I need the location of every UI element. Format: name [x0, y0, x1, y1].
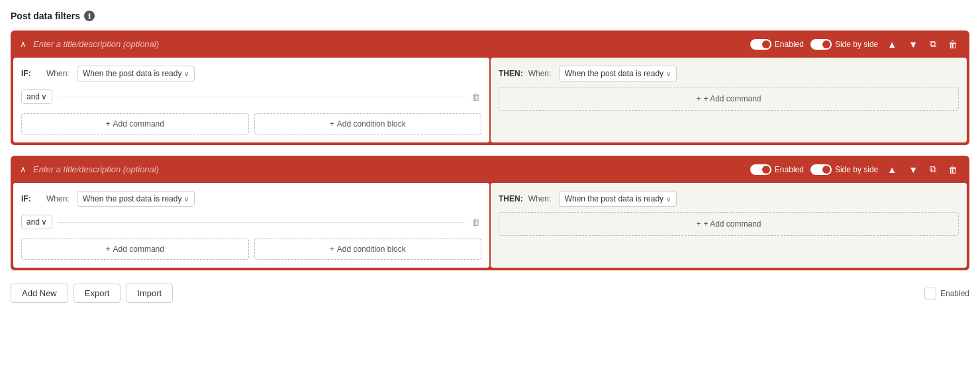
then-add-command-icon-2: +	[696, 219, 701, 229]
move-up-btn-2[interactable]: ▲	[885, 163, 899, 176]
and-chevron-2: ∨	[41, 217, 47, 227]
add-condition-icon-2: +	[330, 245, 334, 254]
page-title: Post data filters	[11, 11, 80, 21]
footer-enabled-label: Enabled	[940, 289, 969, 298]
footer-enabled-checkbox[interactable]	[924, 288, 936, 299]
enabled-toggle-group-1: Enabled	[750, 39, 804, 50]
then-panel-2: THEN: When: When the post data is ready …	[491, 183, 967, 268]
footer-left: Add New Export Import	[11, 284, 173, 303]
add-command-icon-2: +	[106, 245, 111, 254]
then-label-1: THEN:	[499, 69, 523, 78]
header-controls-2: Enabled Side by side ▲ ▼ ⧉ 🗑	[750, 162, 960, 176]
if-panel-2: IF: When: When the post data is ready ∨ …	[13, 183, 489, 268]
side-by-side-toggle-group-2: Side by side	[810, 164, 878, 175]
if-dropdown-value-1: When the post data is ready	[83, 69, 181, 78]
then-dropdown-chevron-2: ∨	[666, 195, 671, 203]
then-dropdown-2[interactable]: When the post data is ready ∨	[559, 191, 677, 207]
if-dropdown-1[interactable]: When the post data is ready ∨	[77, 66, 195, 82]
add-command-btn-2[interactable]: + Add command	[21, 239, 249, 260]
then-row-2: THEN: When: When the post data is ready …	[499, 191, 959, 207]
if-dropdown-chevron-1: ∨	[184, 70, 189, 78]
footer-right: Enabled	[924, 288, 969, 299]
then-add-command-label-1: + Add command	[703, 94, 761, 103]
enabled-toggle-group-2: Enabled	[750, 164, 804, 175]
when-sublabel-1: When:	[46, 69, 72, 78]
side-by-side-toggle-group-1: Side by side	[810, 39, 878, 50]
add-condition-btn-2[interactable]: + Add condition block	[254, 239, 482, 260]
enabled-toggle-2[interactable]	[750, 164, 771, 175]
copy-btn-2[interactable]: ⧉	[927, 162, 939, 176]
then-add-command-btn-1[interactable]: + + Add command	[499, 87, 959, 111]
add-condition-icon-1: +	[330, 119, 334, 129]
if-label-2: IF:	[21, 194, 41, 203]
add-command-icon-1: +	[106, 119, 111, 129]
if-dropdown-2[interactable]: When the post data is ready ∨	[77, 191, 195, 207]
filter-body-1: IF: When: When the post data is ready ∨ …	[12, 56, 968, 144]
and-dropdown-1[interactable]: and ∨	[21, 89, 52, 104]
then-dropdown-value-1: When the post data is ready	[565, 69, 663, 78]
if-dropdown-chevron-2: ∨	[184, 195, 189, 203]
then-when-sublabel-1: When:	[528, 69, 554, 78]
then-add-command-btn-2[interactable]: + + Add command	[499, 212, 959, 236]
side-by-side-label-1: Side by side	[835, 40, 878, 49]
condition-line-1	[58, 97, 465, 97]
filter-header-2: ∧ Enabled Side by side ▲ ▼ ⧉ 🗑	[12, 157, 968, 182]
header-controls-1: Enabled Side by side ▲ ▼ ⧉ 🗑	[750, 37, 960, 51]
condition-line-2	[58, 222, 465, 223]
condition-row-1: and ∨ 🗑	[21, 87, 481, 107]
if-row-1: IF: When: When the post data is ready ∨	[21, 66, 481, 82]
then-dropdown-1[interactable]: When the post data is ready ∨	[559, 66, 677, 82]
delete-btn-1[interactable]: 🗑	[946, 38, 960, 51]
add-condition-label-2: Add condition block	[337, 245, 406, 254]
filter-body-2: IF: When: When the post data is ready ∨ …	[12, 182, 968, 269]
side-by-side-toggle-2[interactable]	[810, 164, 832, 175]
filter-block-2: ∧ Enabled Side by side ▲ ▼ ⧉ 🗑 IF: When:	[11, 156, 969, 270]
filter-title-input-1[interactable]	[33, 39, 744, 49]
then-row-1: THEN: When: When the post data is ready …	[499, 66, 959, 82]
then-dropdown-chevron-1: ∨	[666, 70, 671, 78]
delete-btn-2[interactable]: 🗑	[946, 163, 960, 176]
add-command-btn-1[interactable]: + Add command	[21, 113, 249, 135]
and-dropdown-2[interactable]: and ∨	[21, 215, 52, 229]
move-down-btn-1[interactable]: ▼	[906, 38, 920, 51]
then-when-sublabel-2: When:	[528, 194, 554, 203]
and-label-1: and	[26, 92, 40, 101]
filter-block-1: ∧ Enabled Side by side ▲ ▼ ⧉ 🗑 IF: When:	[11, 30, 969, 145]
condition-trash-1[interactable]: 🗑	[470, 91, 481, 103]
page-header: Post data filters ℹ	[11, 11, 969, 21]
when-sublabel-2: When:	[46, 194, 72, 203]
collapse-icon-1[interactable]: ∧	[20, 39, 26, 49]
then-panel-1: THEN: When: When the post data is ready …	[491, 58, 967, 142]
enabled-toggle-1[interactable]	[750, 39, 771, 50]
export-button[interactable]: Export	[74, 284, 121, 303]
collapse-icon-2[interactable]: ∧	[20, 164, 26, 174]
and-label-2: and	[26, 217, 40, 227]
add-condition-btn-1[interactable]: + Add condition block	[254, 113, 482, 135]
if-panel-1: IF: When: When the post data is ready ∨ …	[13, 58, 489, 142]
then-add-command-icon-1: +	[696, 94, 701, 103]
side-by-side-label-2: Side by side	[835, 165, 878, 174]
condition-row-2: and ∨ 🗑	[21, 212, 481, 232]
add-buttons-row-2: + Add command + Add condition block	[21, 239, 481, 260]
side-by-side-toggle-1[interactable]	[810, 39, 832, 50]
filter-header-1: ∧ Enabled Side by side ▲ ▼ ⧉ 🗑	[12, 32, 968, 56]
import-button[interactable]: Import	[126, 284, 173, 303]
if-dropdown-value-2: When the post data is ready	[83, 194, 181, 203]
enabled-label-1: Enabled	[775, 40, 804, 49]
condition-trash-2[interactable]: 🗑	[470, 216, 481, 229]
add-new-button[interactable]: Add New	[11, 284, 68, 303]
move-up-btn-1[interactable]: ▲	[885, 38, 899, 51]
add-command-label-2: Add command	[113, 245, 164, 254]
enabled-label-2: Enabled	[775, 165, 804, 174]
info-icon[interactable]: ℹ	[84, 11, 95, 21]
filter-title-input-2[interactable]	[33, 164, 744, 174]
add-buttons-row-1: + Add command + Add condition block	[21, 113, 481, 135]
then-add-command-label-2: + Add command	[703, 219, 761, 229]
footer: Add New Export Import Enabled	[11, 281, 969, 303]
copy-btn-1[interactable]: ⧉	[927, 37, 939, 51]
add-condition-label-1: Add condition block	[337, 119, 406, 129]
move-down-btn-2[interactable]: ▼	[906, 163, 920, 176]
then-dropdown-value-2: When the post data is ready	[565, 194, 663, 203]
then-label-2: THEN:	[499, 194, 523, 203]
if-label-1: IF:	[21, 69, 41, 78]
